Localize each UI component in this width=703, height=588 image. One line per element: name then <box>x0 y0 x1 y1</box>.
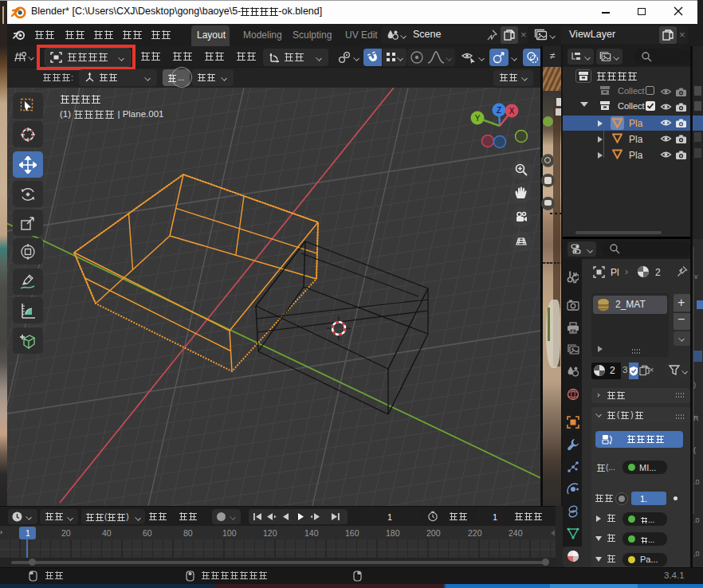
svg-text:Z: Z <box>497 106 501 115</box>
svg-text:Y: Y <box>475 114 481 123</box>
svg-text:X: X <box>509 107 515 116</box>
